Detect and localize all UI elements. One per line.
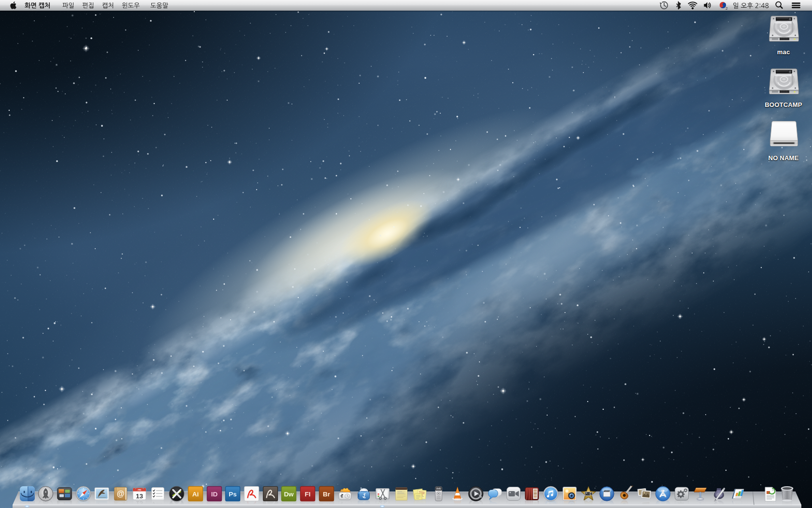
svg-text:Ps: Ps [229,491,237,498]
svg-text:ID: ID [211,491,218,498]
svg-text:Ai: Ai [192,491,199,498]
svg-text:Dw: Dw [284,491,294,498]
svg-text:@: @ [117,490,125,498]
svg-text:DVD: DVD [436,488,441,490]
svg-text:2: 2 [725,6,727,11]
svg-text:Fl: Fl [305,491,311,498]
svg-text:13: 13 [136,493,144,500]
svg-text:FRI: FRI [138,489,141,491]
svg-text:Br: Br [323,491,331,498]
